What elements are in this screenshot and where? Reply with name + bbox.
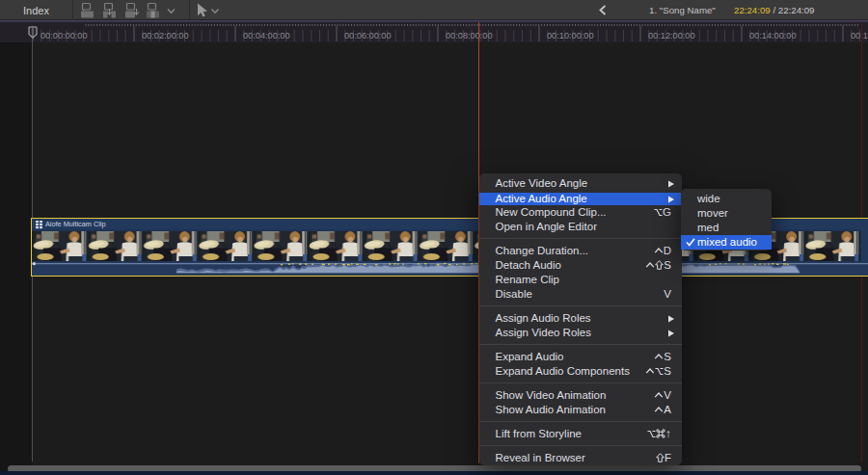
svg-text:00:06:00:00: 00:06:00:00 [344,31,392,40]
svg-text:00:16:00:00: 00:16:00:00 [851,31,868,40]
svg-text:00:12:00:00: 00:12:00:00 [648,31,695,40]
svg-text:00:02:00:00: 00:02:00:00 [142,31,189,40]
svg-text:00:08:00:00: 00:08:00:00 [446,31,493,40]
svg-text:00:14:00:00: 00:14:00:00 [749,31,797,40]
svg-text:00:04:00:00: 00:04:00:00 [243,31,290,40]
svg-text:00:00:00:00: 00:00:00:00 [41,31,88,40]
svg-text:00:10:00:00: 00:10:00:00 [547,31,594,40]
